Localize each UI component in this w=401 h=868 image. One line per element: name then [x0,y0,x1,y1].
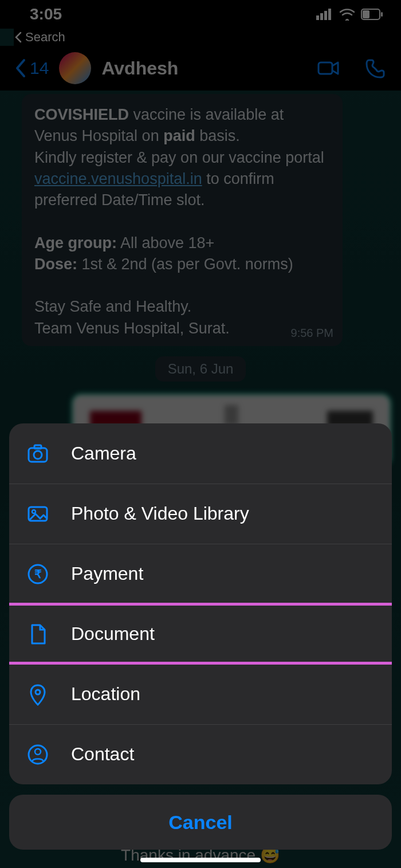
attach-document-label: Document [71,623,155,645]
attach-location[interactable]: Location [9,664,392,724]
attachment-action-sheet: Camera Photo & Video Library ₹ Payment D… [9,423,392,850]
attach-photo-label: Photo & Video Library [71,503,249,524]
attach-camera[interactable]: Camera [9,423,392,484]
cancel-label: Cancel [168,811,233,834]
photo-icon [25,501,50,527]
attach-contact-label: Contact [71,744,134,765]
document-icon [25,622,50,647]
attach-payment[interactable]: ₹ Payment [9,544,392,604]
attach-camera-label: Camera [71,443,136,464]
svg-point-12 [32,510,36,513]
location-icon [25,682,50,707]
svg-point-15 [36,690,40,694]
svg-point-17 [35,749,41,755]
contact-icon [25,742,50,767]
attach-payment-label: Payment [71,563,143,584]
attach-photo-video[interactable]: Photo & Video Library [9,484,392,544]
svg-rect-10 [34,445,41,449]
svg-text:₹: ₹ [34,568,42,580]
cancel-button[interactable]: Cancel [9,795,392,850]
attach-contact[interactable]: Contact [9,724,392,784]
camera-icon [25,441,50,466]
home-indicator[interactable] [140,858,261,862]
attach-document[interactable]: Document [9,604,392,664]
rupee-icon: ₹ [25,561,50,587]
attach-location-label: Location [71,684,140,705]
tutorial-highlight [9,603,392,665]
svg-point-9 [34,451,42,459]
